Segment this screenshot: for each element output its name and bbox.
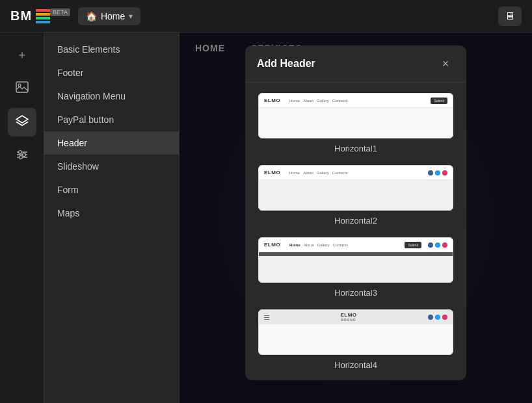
- sidebar-item-slideshow[interactable]: Slideshow: [44, 155, 179, 178]
- layers-button[interactable]: [8, 108, 36, 136]
- template-horizontal3[interactable]: ELMO Home About Gallery Contacts Submit: [256, 237, 456, 298]
- sidebar-item-paypal-button[interactable]: PayPal button: [44, 108, 179, 131]
- preview1-logo: ELMO: [264, 98, 280, 103]
- template-label-horizontal4: Horizontal4: [334, 360, 377, 370]
- logo: BM BETA: [10, 8, 70, 23]
- sliders-icon: [16, 149, 29, 164]
- topbar-right: 🖥: [498, 6, 522, 26]
- add-icon: ＋: [16, 47, 28, 62]
- logo-text: BM: [10, 8, 32, 23]
- settings-button[interactable]: [8, 142, 36, 170]
- close-icon: ×: [442, 57, 449, 71]
- sidebar-item-header[interactable]: Header: [44, 131, 179, 155]
- preview1-submit: Submit: [431, 98, 447, 104]
- preview2-social: [428, 170, 447, 176]
- chevron-down-icon: ▾: [129, 12, 133, 21]
- close-button[interactable]: ×: [436, 55, 455, 73]
- template-preview-horizontal2: ELMO Home About Gallery Contacts: [258, 165, 453, 211]
- template-horizontal1[interactable]: ELMO Home About Gallery Contacts Submit: [256, 93, 456, 153]
- modal-title: Add Header: [257, 58, 315, 70]
- template-label-horizontal2: Horizontal2: [334, 216, 377, 226]
- monitor-button[interactable]: 🖥: [498, 6, 522, 26]
- monitor-icon: 🖥: [505, 10, 515, 21]
- preview2-logo: ELMO: [264, 170, 280, 176]
- preview4-content: [259, 324, 453, 355]
- svg-point-7: [19, 155, 22, 159]
- icon-sidebar: ＋: [0, 32, 44, 403]
- preview3-social: [428, 242, 447, 248]
- sidebar-item-form[interactable]: Form: [44, 178, 179, 202]
- preview4-logo: ELMO BRAND: [340, 313, 356, 322]
- sidebar-item-basic-elements[interactable]: Basic Elements: [44, 38, 179, 61]
- svg-rect-0: [16, 82, 28, 92]
- preview1-nav: Home About Gallery Contacts: [289, 99, 347, 103]
- sidebar-item-navigation-menu[interactable]: Navigation Menu: [44, 84, 179, 108]
- add-element-button[interactable]: ＋: [8, 40, 36, 69]
- preview3-content: [259, 256, 453, 283]
- preview3-nav: Home About Gallery Contacts: [289, 243, 348, 247]
- preview3-submit: Submit: [405, 242, 421, 248]
- sidebar-item-footer[interactable]: Footer: [44, 61, 179, 84]
- elements-sidebar: Basic Elements Footer Navigation Menu Pa…: [44, 32, 180, 403]
- home-icon: 🏠: [86, 11, 97, 21]
- image-icon: [16, 81, 29, 96]
- home-label: Home: [101, 11, 125, 21]
- logo-color-bars: [36, 9, 50, 23]
- beta-badge: BETA: [50, 8, 70, 16]
- preview4-social: [428, 315, 447, 320]
- preview4-hamburger: [264, 315, 269, 320]
- preview1-content: [259, 108, 453, 138]
- main-layout: ＋: [0, 32, 532, 403]
- add-header-modal: Add Header × ELMO Home Abou: [245, 46, 466, 380]
- modal-header: Add Header ×: [245, 46, 466, 83]
- modal-content: ELMO Home About Gallery Contacts Submit: [245, 83, 466, 380]
- sidebar-item-maps[interactable]: Maps: [44, 202, 179, 225]
- media-button[interactable]: [8, 74, 36, 103]
- home-button[interactable]: 🏠 Home ▾: [78, 7, 140, 25]
- svg-point-6: [22, 153, 25, 156]
- template-label-horizontal3: Horizontal3: [334, 288, 377, 298]
- topbar-left: BM BETA 🏠 Home ▾: [10, 7, 140, 25]
- template-preview-horizontal4: ELMO BRAND: [258, 309, 453, 355]
- template-horizontal2[interactable]: ELMO Home About Gallery Contacts: [256, 165, 456, 226]
- template-label-horizontal1: Horizontal1: [334, 144, 377, 153]
- template-preview-horizontal1: ELMO Home About Gallery Contacts Submit: [258, 93, 453, 138]
- modal-overlay: Add Header × ELMO Home Abou: [180, 32, 532, 403]
- canvas-area: HOME SERVICES Add Header × ELMO: [180, 32, 532, 403]
- preview2-nav: Home About Gallery Contacts: [289, 171, 347, 175]
- topbar: BM BETA 🏠 Home ▾ 🖥: [0, 0, 532, 32]
- layers-icon: [16, 115, 29, 130]
- template-preview-horizontal3: ELMO Home About Gallery Contacts Submit: [258, 237, 453, 283]
- elements-list: Basic Elements Footer Navigation Menu Pa…: [44, 32, 179, 230]
- template-horizontal4[interactable]: ELMO BRAND Horizont: [256, 309, 456, 370]
- svg-point-5: [18, 150, 21, 153]
- preview2-content: [259, 180, 453, 211]
- preview3-logo: ELMO: [264, 242, 280, 248]
